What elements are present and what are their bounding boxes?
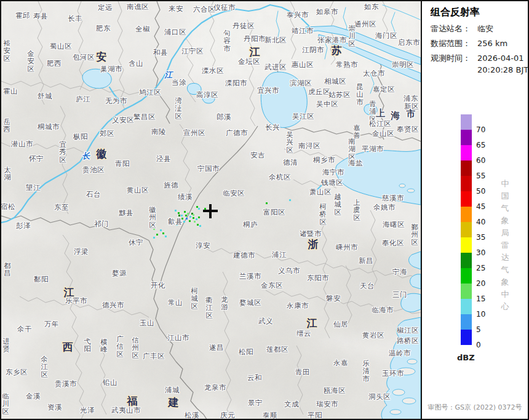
map-label: 虎丘区 xyxy=(308,88,330,95)
range-value: 256 km xyxy=(477,39,507,48)
map-label: 天台 xyxy=(360,282,375,290)
map-label: 临安区 xyxy=(223,189,245,197)
map-label: 崇明区 xyxy=(392,61,414,68)
map-label: 溧水区 xyxy=(202,67,224,74)
radar-echo-cell xyxy=(189,216,191,218)
radar-echo-cell xyxy=(165,236,167,237)
radar-map: 霍邱寿县定远南谯区来安六合区仪征市长丰肥东全椒裕安区金安区蜀山区包河区肥西安巢湖… xyxy=(1,1,422,419)
map-label: 海曙区 xyxy=(383,221,405,228)
map-label: 鸠江区 xyxy=(139,89,161,96)
map-label: 婺源 xyxy=(112,269,127,277)
map-label: 新昌 xyxy=(359,257,373,264)
map-label: 如东 xyxy=(364,3,379,10)
range-label: 数据范围： xyxy=(431,38,477,49)
province-label: 安 xyxy=(97,51,107,62)
map-label: 高淳区 xyxy=(196,91,218,98)
radar-echo-cell xyxy=(196,218,197,220)
river-label: 长 xyxy=(82,152,90,160)
map-label: 黄山区 xyxy=(127,186,149,194)
radar-echo-cell xyxy=(193,214,194,216)
map-label: 滨湖区 xyxy=(290,79,312,87)
map-label: 平阳 xyxy=(308,411,322,419)
map-label: 南谯区 xyxy=(127,3,149,10)
province-label: 江 xyxy=(307,317,317,328)
map-label: 吴中区 xyxy=(316,100,338,108)
radar-echo-cell xyxy=(184,211,186,213)
map-label: 椒江区 xyxy=(397,327,419,334)
map-label: 临川区 xyxy=(2,392,9,415)
map-label: 休宁 xyxy=(129,239,143,246)
legend-segment xyxy=(461,114,472,130)
map-label: 惠山区 xyxy=(292,61,314,68)
station-value: 临安 xyxy=(477,24,493,33)
map-label: 含山 xyxy=(129,60,143,67)
map-label: 金东区 xyxy=(261,282,283,289)
map-label: 鄱阳 xyxy=(34,275,49,283)
map-label: 路桥区 xyxy=(397,337,419,344)
info-panel: 组合反射率 雷达站名：临安 数据范围：256 km 观测时间：2026-04-0… xyxy=(422,1,528,419)
island xyxy=(407,189,415,192)
map-label: 如皋市 xyxy=(316,8,338,15)
map-label: 庆元 xyxy=(220,411,235,419)
map-label: 徽州区 xyxy=(149,206,156,229)
map-label: 武夷山市 xyxy=(111,406,141,414)
map-label: 玉环市 xyxy=(382,370,404,377)
station-row: 雷达站名：临安 xyxy=(431,23,493,34)
map-label: 广信区 xyxy=(116,335,124,358)
map-label: 新北区 xyxy=(264,36,287,44)
map-label: 石台 xyxy=(86,191,101,198)
map-label: 郎溪 xyxy=(217,113,231,121)
map-label: 霍山 xyxy=(3,87,18,95)
radar-echo-cell xyxy=(178,212,180,214)
map-label: 永康市 xyxy=(287,302,309,309)
map-label: 萧山区 xyxy=(309,188,332,196)
map-label: 宁国市 xyxy=(197,165,220,172)
legend-segment xyxy=(461,130,472,145)
legend-tick: 20 xyxy=(476,279,485,288)
map-label: 长兴 xyxy=(265,124,280,131)
legend-tick: 5 xyxy=(476,325,481,334)
map-label: 浦城 xyxy=(165,386,180,394)
map-label: 永嘉 xyxy=(333,359,348,367)
map-label: 富阳区 xyxy=(263,208,285,216)
map-label: 海盐 xyxy=(348,159,363,167)
map-label: 金山区 xyxy=(372,130,394,137)
map-label: 德兴市 xyxy=(102,301,124,309)
radar-echo-cell xyxy=(266,202,268,204)
map-label: 海宁市 xyxy=(322,168,344,176)
map-label: 金坛区 xyxy=(238,58,260,65)
map-label: 岳西 xyxy=(3,118,10,133)
map-label: 张家港市 xyxy=(317,36,347,44)
radar-echo-cell xyxy=(186,218,188,220)
legend-segment xyxy=(461,145,472,160)
legend-tick: 30 xyxy=(476,248,485,257)
map-label: 通州区 xyxy=(354,20,376,28)
legend-unit: dBZ xyxy=(457,353,475,362)
map-label: 三门 xyxy=(392,291,407,298)
legend-colorbar xyxy=(461,114,472,345)
map-label: 启东市 xyxy=(398,39,420,46)
map-label: 柯桥区 xyxy=(319,203,327,226)
legend-segment xyxy=(461,253,472,268)
map-label: 龙游 xyxy=(221,296,228,311)
map-label: 常山 xyxy=(168,299,183,306)
map-label: 缙云 xyxy=(296,330,311,337)
map-label: 贵池区 xyxy=(82,166,105,173)
legend-tick: 0 xyxy=(476,341,481,349)
map-label: 姑苏区 xyxy=(328,91,351,98)
map-label: 巢湖市 xyxy=(100,65,122,73)
map-label: 肥西 xyxy=(47,60,62,67)
map-label: 余干 xyxy=(17,325,32,333)
map-label: 平湖市 xyxy=(362,145,384,153)
map-label: 金安区 xyxy=(27,50,34,73)
map-label: 仙居 xyxy=(333,320,348,328)
map-label: 丹阳市 xyxy=(244,35,266,42)
map-label: 定远 xyxy=(98,4,113,11)
station-label: 雷达站名： xyxy=(431,23,477,34)
map-label: 广德市 xyxy=(226,129,248,137)
legend-tick: 55 xyxy=(476,172,485,180)
map-label: 溧阳市 xyxy=(225,79,247,87)
map-label: 乐清市 xyxy=(362,360,370,382)
time-label: 观测时间： xyxy=(431,53,477,64)
agency-watermark: 中国气象局雷达气象中心 xyxy=(498,178,512,313)
